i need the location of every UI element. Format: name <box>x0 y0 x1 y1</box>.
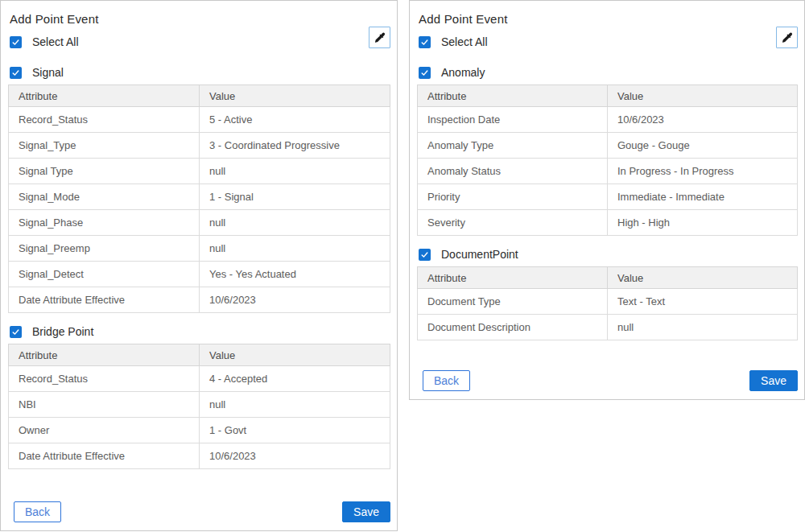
attribute-column-header: Attribute <box>418 85 608 107</box>
add-point-event-panel-left: Add Point Event Select All Signal Attrib… <box>0 0 398 531</box>
attribute-column-header: Attribute <box>418 267 608 289</box>
event-layer-section: DocumentPoint Attribute Value Document T… <box>417 248 798 340</box>
checkbox-checked-icon[interactable] <box>419 67 431 79</box>
attribute-cell: Signal_Phase <box>9 210 200 236</box>
event-layer-section: Signal Attribute Value Record_Status 5 -… <box>8 66 390 313</box>
eyedropper-button[interactable] <box>369 27 390 48</box>
value-cell: 5 - Active <box>200 107 390 133</box>
panel-title: Add Point Event <box>419 12 798 26</box>
layer-label: Signal <box>32 66 64 79</box>
attribute-cell: Anomaly Status <box>418 159 608 184</box>
value-cell: null <box>200 159 390 184</box>
checkbox-checked-icon[interactable] <box>10 36 22 48</box>
table-row: Date Attribute Effective 10/6/2023 <box>9 287 390 313</box>
back-button[interactable]: Back <box>14 501 61 522</box>
attribute-cell: Signal Type <box>9 159 200 184</box>
table-row: Signal_Mode 1 - Signal <box>9 184 390 210</box>
layer-label: Bridge Point <box>32 325 93 338</box>
value-cell: Yes - Yes Actuated <box>200 262 390 287</box>
panel-footer: Back Save <box>8 501 390 522</box>
attribute-column-header: Attribute <box>9 344 200 366</box>
layer-label: DocumentPoint <box>441 248 518 261</box>
table-row: Anomaly Type Gouge - Gouge <box>418 133 798 159</box>
value-cell: 1 - Govt <box>200 418 390 443</box>
value-column-header: Value <box>200 344 390 366</box>
panel-title: Add Point Event <box>10 12 390 26</box>
value-cell: 10/6/2023 <box>200 287 390 313</box>
eyedropper-button[interactable] <box>776 27 798 48</box>
table-row: Record_Status 4 - Accepted <box>9 366 390 392</box>
value-cell: Text - Text <box>608 289 798 315</box>
add-point-event-panel-right: Add Point Event Select All Anomaly Attri… <box>409 0 805 400</box>
attribute-cell: Inspection Date <box>418 107 608 133</box>
attribute-cell: Severity <box>418 210 608 236</box>
table-row: Date Attribute Effective 10/6/2023 <box>9 443 390 469</box>
attribute-cell: Signal_Mode <box>9 184 200 210</box>
sections-container: Signal Attribute Value Record_Status 5 -… <box>8 66 390 481</box>
value-column-header: Value <box>200 85 390 107</box>
value-column-header: Value <box>608 85 798 107</box>
attribute-cell: Date Attribute Effective <box>9 287 200 313</box>
attribute-table: Attribute Value Inspection Date 10/6/202… <box>417 85 798 236</box>
attribute-cell: Document Type <box>418 289 608 315</box>
table-row: NBI null <box>9 392 390 418</box>
attribute-cell: Document Description <box>418 315 608 340</box>
table-header-row: Attribute Value <box>418 85 798 107</box>
attribute-cell: NBI <box>9 392 200 418</box>
attribute-table: Attribute Value Document Type Text - Tex… <box>417 266 798 340</box>
save-button[interactable]: Save <box>342 501 390 522</box>
attribute-cell: Owner <box>9 418 200 443</box>
event-layer-section: Bridge Point Attribute Value Record_Stat… <box>8 325 390 469</box>
layer-checkbox-row[interactable]: Bridge Point <box>10 325 390 338</box>
back-button[interactable]: Back <box>423 370 470 391</box>
select-all-label: Select All <box>441 35 488 48</box>
value-column-header: Value <box>608 267 798 289</box>
value-cell: null <box>200 210 390 236</box>
save-button[interactable]: Save <box>749 370 798 391</box>
table-header-row: Attribute Value <box>9 344 390 366</box>
eyedropper-icon <box>781 31 794 44</box>
value-cell: 4 - Accepted <box>200 366 390 392</box>
value-cell: High - High <box>608 210 798 236</box>
table-row: Severity High - High <box>418 210 798 236</box>
value-cell: 1 - Signal <box>200 184 390 210</box>
attribute-cell: Record_Status <box>9 366 200 392</box>
attribute-cell: Signal_Type <box>9 133 200 159</box>
layer-label: Anomaly <box>441 66 485 79</box>
value-cell: 10/6/2023 <box>200 443 390 469</box>
checkbox-checked-icon[interactable] <box>10 67 22 79</box>
checkbox-checked-icon[interactable] <box>419 36 431 48</box>
table-row: Inspection Date 10/6/2023 <box>418 107 798 133</box>
attribute-cell: Priority <box>418 184 608 210</box>
attribute-table: Attribute Value Record_Status 4 - Accept… <box>8 344 390 469</box>
attribute-cell: Signal_Preemp <box>9 236 200 262</box>
table-row: Document Description null <box>418 315 798 340</box>
table-row: Anomaly Status In Progress - In Progress <box>418 159 798 184</box>
value-cell: Gouge - Gouge <box>608 133 798 159</box>
table-row: Signal_Type 3 - Coordinated Progressive <box>9 133 390 159</box>
table-row: Signal_Preemp null <box>9 236 390 262</box>
value-cell: In Progress - In Progress <box>608 159 798 184</box>
table-row: Owner 1 - Govt <box>9 418 390 443</box>
table-row: Signal Type null <box>9 159 390 184</box>
table-row: Signal_Detect Yes - Yes Actuated <box>9 262 390 287</box>
layer-checkbox-row[interactable]: DocumentPoint <box>419 248 798 261</box>
checkbox-checked-icon[interactable] <box>10 326 22 338</box>
eyedropper-icon <box>374 31 386 44</box>
attribute-cell: Date Attribute Effective <box>9 443 200 469</box>
table-row: Priority Immediate - Immediate <box>418 184 798 210</box>
table-row: Signal_Phase null <box>9 210 390 236</box>
select-all-checkbox-row[interactable]: Select All <box>10 35 390 48</box>
layer-checkbox-row[interactable]: Anomaly <box>419 66 798 79</box>
attribute-cell: Signal_Detect <box>9 262 200 287</box>
table-row: Record_Status 5 - Active <box>9 107 390 133</box>
select-all-checkbox-row[interactable]: Select All <box>419 35 798 48</box>
value-cell: 10/6/2023 <box>608 107 798 133</box>
attribute-column-header: Attribute <box>9 85 200 107</box>
attribute-cell: Record_Status <box>9 107 200 133</box>
layer-checkbox-row[interactable]: Signal <box>10 66 390 79</box>
table-header-row: Attribute Value <box>9 85 390 107</box>
table-row: Document Type Text - Text <box>418 289 798 315</box>
select-all-label: Select All <box>32 35 79 48</box>
checkbox-checked-icon[interactable] <box>419 249 431 261</box>
